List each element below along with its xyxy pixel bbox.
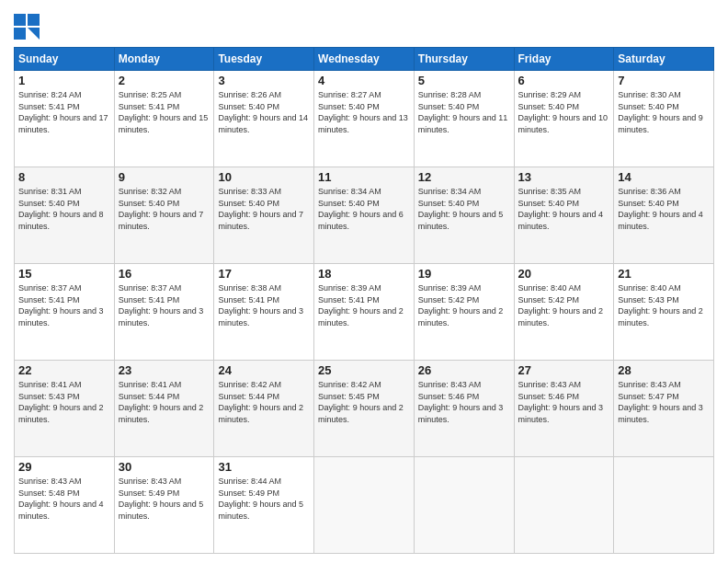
day-number: 3: [218, 74, 310, 87]
table-row: 16Sunrise: 8:37 AMSunset: 5:41 PMDayligh…: [114, 264, 214, 361]
col-tuesday: Tuesday: [214, 48, 314, 71]
table-row: 7Sunrise: 8:30 AMSunset: 5:40 PMDaylight…: [614, 71, 714, 167]
day-number: 13: [518, 170, 610, 184]
day-info: Sunrise: 8:38 AMSunset: 5:41 PMDaylight:…: [218, 282, 310, 328]
day-number: 6: [518, 74, 610, 87]
table-row: 25Sunrise: 8:42 AMSunset: 5:45 PMDayligh…: [314, 361, 415, 457]
day-info: Sunrise: 8:26 AMSunset: 5:40 PMDaylight:…: [218, 89, 310, 135]
day-info: Sunrise: 8:33 AMSunset: 5:40 PMDaylight:…: [218, 186, 310, 232]
table-row: 8Sunrise: 8:31 AMSunset: 5:40 PMDaylight…: [15, 167, 115, 264]
day-number: 9: [119, 170, 210, 184]
calendar-week-row: 22Sunrise: 8:41 AMSunset: 5:43 PMDayligh…: [15, 361, 714, 457]
day-number: 1: [18, 74, 110, 87]
table-row: 3Sunrise: 8:26 AMSunset: 5:40 PMDaylight…: [214, 71, 314, 167]
day-number: 27: [518, 363, 610, 377]
svg-rect-2: [14, 28, 26, 40]
day-number: 23: [119, 363, 210, 377]
day-number: 8: [18, 170, 110, 184]
table-row: 5Sunrise: 8:28 AMSunset: 5:40 PMDaylight…: [414, 71, 514, 167]
day-number: 15: [18, 267, 110, 281]
day-number: 10: [218, 170, 310, 184]
table-row: 26Sunrise: 8:43 AMSunset: 5:46 PMDayligh…: [414, 361, 514, 457]
day-info: Sunrise: 8:30 AMSunset: 5:40 PMDaylight:…: [618, 89, 710, 135]
day-number: 4: [318, 74, 410, 87]
day-number: 17: [218, 267, 310, 281]
day-info: Sunrise: 8:24 AMSunset: 5:41 PMDaylight:…: [18, 89, 110, 135]
col-wednesday: Wednesday: [314, 48, 415, 71]
table-row: 29Sunrise: 8:43 AMSunset: 5:48 PMDayligh…: [15, 457, 115, 554]
day-number: 5: [418, 74, 510, 87]
day-number: 31: [218, 460, 310, 474]
table-row: 2Sunrise: 8:25 AMSunset: 5:41 PMDaylight…: [114, 71, 214, 167]
day-number: 28: [618, 363, 710, 377]
table-row: [314, 457, 415, 554]
table-row: 4Sunrise: 8:27 AMSunset: 5:40 PMDaylight…: [314, 71, 415, 167]
table-row: 12Sunrise: 8:34 AMSunset: 5:40 PMDayligh…: [414, 167, 514, 264]
day-number: 18: [318, 267, 410, 281]
svg-rect-1: [28, 14, 40, 26]
day-number: 21: [618, 267, 710, 281]
table-row: 28Sunrise: 8:43 AMSunset: 5:47 PMDayligh…: [614, 361, 714, 457]
day-info: Sunrise: 8:37 AMSunset: 5:41 PMDaylight:…: [18, 282, 110, 328]
day-number: 29: [18, 460, 110, 474]
table-row: 19Sunrise: 8:39 AMSunset: 5:42 PMDayligh…: [414, 264, 514, 361]
table-row: 9Sunrise: 8:32 AMSunset: 5:40 PMDaylight…: [114, 167, 214, 264]
logo: [14, 14, 43, 40]
day-info: Sunrise: 8:37 AMSunset: 5:41 PMDaylight:…: [119, 282, 210, 328]
calendar-table: Sunday Monday Tuesday Wednesday Thursday…: [14, 47, 714, 554]
day-info: Sunrise: 8:43 AMSunset: 5:48 PMDaylight:…: [18, 476, 110, 522]
table-row: [514, 457, 614, 554]
table-row: 22Sunrise: 8:41 AMSunset: 5:43 PMDayligh…: [15, 361, 115, 457]
col-friday: Friday: [514, 48, 614, 71]
day-number: 26: [418, 363, 510, 377]
calendar-week-row: 8Sunrise: 8:31 AMSunset: 5:40 PMDaylight…: [15, 167, 714, 264]
day-number: 7: [618, 74, 710, 87]
day-number: 25: [318, 363, 410, 377]
table-row: 24Sunrise: 8:42 AMSunset: 5:44 PMDayligh…: [214, 361, 314, 457]
day-info: Sunrise: 8:43 AMSunset: 5:46 PMDaylight:…: [418, 379, 510, 425]
table-row: 14Sunrise: 8:36 AMSunset: 5:40 PMDayligh…: [614, 167, 714, 264]
calendar-week-row: 15Sunrise: 8:37 AMSunset: 5:41 PMDayligh…: [15, 264, 714, 361]
day-number: 20: [518, 267, 610, 281]
day-info: Sunrise: 8:39 AMSunset: 5:42 PMDaylight:…: [418, 282, 510, 328]
table-row: 18Sunrise: 8:39 AMSunset: 5:41 PMDayligh…: [314, 264, 415, 361]
day-info: Sunrise: 8:31 AMSunset: 5:40 PMDaylight:…: [18, 186, 110, 232]
day-info: Sunrise: 8:40 AMSunset: 5:43 PMDaylight:…: [618, 282, 710, 328]
day-info: Sunrise: 8:41 AMSunset: 5:44 PMDaylight:…: [119, 379, 210, 425]
table-row: 21Sunrise: 8:40 AMSunset: 5:43 PMDayligh…: [614, 264, 714, 361]
table-row: 10Sunrise: 8:33 AMSunset: 5:40 PMDayligh…: [214, 167, 314, 264]
table-row: [414, 457, 514, 554]
day-number: 19: [418, 267, 510, 281]
table-row: 17Sunrise: 8:38 AMSunset: 5:41 PMDayligh…: [214, 264, 314, 361]
day-number: 22: [18, 363, 110, 377]
day-info: Sunrise: 8:43 AMSunset: 5:46 PMDaylight:…: [518, 379, 610, 425]
header: [14, 14, 714, 40]
table-row: 11Sunrise: 8:34 AMSunset: 5:40 PMDayligh…: [314, 167, 415, 264]
table-row: 15Sunrise: 8:37 AMSunset: 5:41 PMDayligh…: [15, 264, 115, 361]
day-number: 11: [318, 170, 410, 184]
day-info: Sunrise: 8:39 AMSunset: 5:41 PMDaylight:…: [318, 282, 410, 328]
table-row: 30Sunrise: 8:43 AMSunset: 5:49 PMDayligh…: [114, 457, 214, 554]
page: Sunday Monday Tuesday Wednesday Thursday…: [0, 0, 728, 563]
day-number: 14: [618, 170, 710, 184]
calendar-week-row: 29Sunrise: 8:43 AMSunset: 5:48 PMDayligh…: [15, 457, 714, 554]
day-info: Sunrise: 8:25 AMSunset: 5:41 PMDaylight:…: [119, 89, 210, 135]
calendar-week-row: 1Sunrise: 8:24 AMSunset: 5:41 PMDaylight…: [15, 71, 714, 167]
day-info: Sunrise: 8:28 AMSunset: 5:40 PMDaylight:…: [418, 89, 510, 135]
day-info: Sunrise: 8:27 AMSunset: 5:40 PMDaylight:…: [318, 89, 410, 135]
table-row: 20Sunrise: 8:40 AMSunset: 5:42 PMDayligh…: [514, 264, 614, 361]
day-info: Sunrise: 8:43 AMSunset: 5:47 PMDaylight:…: [618, 379, 710, 425]
col-saturday: Saturday: [614, 48, 714, 71]
table-row: 27Sunrise: 8:43 AMSunset: 5:46 PMDayligh…: [514, 361, 614, 457]
day-info: Sunrise: 8:44 AMSunset: 5:49 PMDaylight:…: [218, 476, 310, 522]
day-info: Sunrise: 8:34 AMSunset: 5:40 PMDaylight:…: [318, 186, 410, 232]
day-number: 2: [119, 74, 210, 87]
day-info: Sunrise: 8:40 AMSunset: 5:42 PMDaylight:…: [518, 282, 610, 328]
day-number: 24: [218, 363, 310, 377]
table-row: [614, 457, 714, 554]
day-info: Sunrise: 8:29 AMSunset: 5:40 PMDaylight:…: [518, 89, 610, 135]
day-info: Sunrise: 8:42 AMSunset: 5:44 PMDaylight:…: [218, 379, 310, 425]
col-sunday: Sunday: [15, 48, 115, 71]
table-row: 31Sunrise: 8:44 AMSunset: 5:49 PMDayligh…: [214, 457, 314, 554]
day-info: Sunrise: 8:41 AMSunset: 5:43 PMDaylight:…: [18, 379, 110, 425]
